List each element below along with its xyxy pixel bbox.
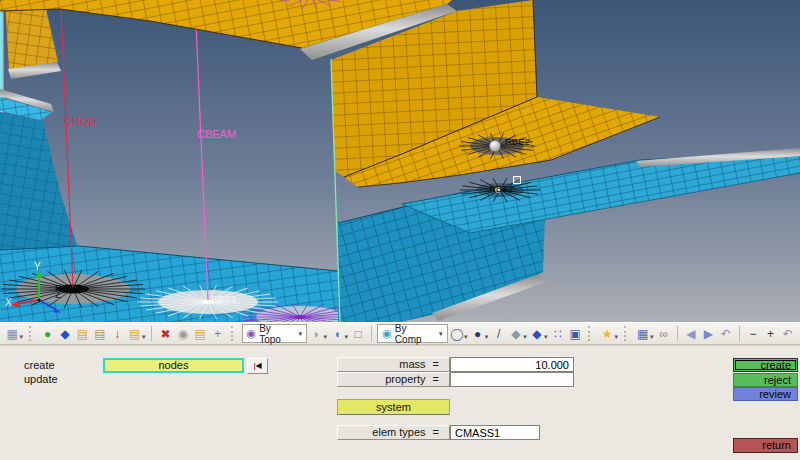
dependencies-icon[interactable]: + [209, 325, 225, 343]
chevron-down-icon[interactable]: ▾ [544, 333, 548, 341]
property-equals: = [433, 374, 439, 385]
entity-selector-nodes[interactable]: nodes [103, 358, 244, 373]
toolbar-handle [624, 326, 630, 341]
multi-window-icon[interactable]: ∷ [550, 325, 566, 343]
viewport-canvas [0, 0, 800, 322]
load-collector-icon[interactable]: ▤ [74, 325, 90, 343]
geometry-color-mode-dropdown[interactable]: ◉By Topo▾ [242, 324, 308, 343]
view-undo-icon[interactable]: ↶ [718, 325, 734, 343]
property-label-button[interactable]: property = [337, 372, 450, 387]
element-wireframe-icon[interactable]: ◯ [449, 325, 465, 343]
reject-button[interactable]: reject [733, 373, 798, 387]
chevron-down-icon[interactable]: ▾ [324, 333, 328, 341]
masses-panel: create update nodes |◀ mass = property =… [0, 345, 800, 460]
node-selection-marker[interactable] [513, 176, 521, 184]
chevron-down-icon[interactable]: ▾ [523, 333, 527, 341]
link-icon[interactable]: ∞ [655, 325, 671, 343]
mass-value-field[interactable] [450, 357, 574, 372]
mode-create[interactable]: create [24, 359, 55, 371]
geometry-wireframe-icon[interactable]: ◗ [308, 325, 324, 343]
import-collector-icon[interactable]: ↓ [109, 325, 125, 343]
mass-label: mass [399, 359, 425, 370]
toolbar-separator [739, 326, 740, 341]
model-viewport[interactable]: CROD CBEAM RBE2 RBE2 RBE2 RBE3 X Y Z [0, 0, 800, 322]
element-shaded-icon[interactable]: ● [469, 325, 485, 343]
chevron-down-icon[interactable]: ▾ [344, 333, 348, 341]
review-button[interactable]: review [733, 387, 798, 401]
element-color-mode-dropdown-label: By Comp [395, 323, 430, 345]
view-back-icon[interactable]: ◀ [683, 325, 699, 343]
elem-types-label: elem types [372, 427, 425, 438]
geometry-color-mode-dropdown-icon: ◉ [247, 327, 257, 340]
zoom-in-icon[interactable]: + [762, 325, 778, 343]
chevron-down-icon[interactable]: ▾ [485, 333, 489, 341]
element-3d-icon[interactable]: ◆ [529, 325, 545, 343]
toolbar-handle [588, 326, 594, 341]
chevron-down-icon[interactable]: ▾ [464, 333, 468, 341]
return-button[interactable]: return [733, 438, 798, 453]
elem-types-equals: = [433, 427, 439, 438]
mass-equals: = [433, 359, 439, 370]
toolbar-separator [677, 326, 678, 341]
entity-sets-icon[interactable]: ● [40, 325, 56, 343]
elem-types-value-field[interactable] [450, 425, 540, 440]
view-forward-icon[interactable]: ▶ [700, 325, 716, 343]
view-restore-icon[interactable]: ↶ [780, 325, 796, 343]
collector-tools-icon[interactable]: ▤ [127, 325, 143, 343]
elem-types-label-button[interactable]: elem types = [337, 425, 450, 440]
organize-icon[interactable]: ▤ [192, 325, 208, 343]
blocks-icon[interactable]: ◆ [57, 325, 73, 343]
main-toolbar: ▦▾●◆▤▤↓▤▾✖◉▤+◉By Topo▾◗▾◖▾□◉By Comp▾◯▾●▾… [0, 322, 800, 345]
mass-label-button[interactable]: mass = [337, 357, 450, 372]
property-label: property [385, 374, 425, 385]
favorites-star-icon[interactable]: ★ [599, 325, 615, 343]
display-monitor-icon[interactable]: ▣ [567, 325, 583, 343]
property-value-field[interactable] [450, 372, 574, 387]
geometry-shaded-icon[interactable]: ◖ [329, 325, 345, 343]
toolbar-handle [29, 326, 35, 341]
chevron-down-icon[interactable]: ▾ [19, 333, 23, 341]
toolbar-separator [371, 326, 372, 341]
element-color-mode-dropdown[interactable]: ◉By Comp▾ [377, 324, 447, 343]
system-button[interactable]: system [337, 399, 450, 415]
chevron-down-icon[interactable]: ▾ [614, 333, 618, 341]
chevron-down-icon: ▾ [439, 330, 443, 338]
table-view-icon[interactable]: ▦ [635, 325, 651, 343]
element-color-mode-dropdown-icon: ◉ [382, 327, 392, 340]
element-2d-icon[interactable]: ◆ [508, 325, 524, 343]
mode-update[interactable]: update [24, 373, 58, 385]
toolbar-handle [231, 326, 237, 341]
chevron-down-icon[interactable]: ▾ [142, 333, 146, 341]
delete-icon[interactable]: ✖ [157, 325, 173, 343]
element-1d-icon[interactable]: / [490, 325, 506, 343]
chevron-down-icon: ▾ [299, 330, 303, 338]
geometry-color-mode-dropdown-label: By Topo [259, 323, 289, 345]
toolbar-separator [151, 326, 152, 341]
entity-switch-toggle[interactable]: |◀ [247, 358, 268, 374]
create-button[interactable]: create [733, 358, 798, 372]
component-collector-icon[interactable]: ▤ [92, 325, 108, 343]
session-browser-icon[interactable]: ▦ [4, 325, 20, 343]
geometry-solid-icon[interactable]: □ [350, 325, 366, 343]
zoom-out-icon[interactable]: − [745, 325, 761, 343]
chevron-down-icon[interactable]: ▾ [650, 333, 654, 341]
mask-icon[interactable]: ◉ [175, 325, 191, 343]
